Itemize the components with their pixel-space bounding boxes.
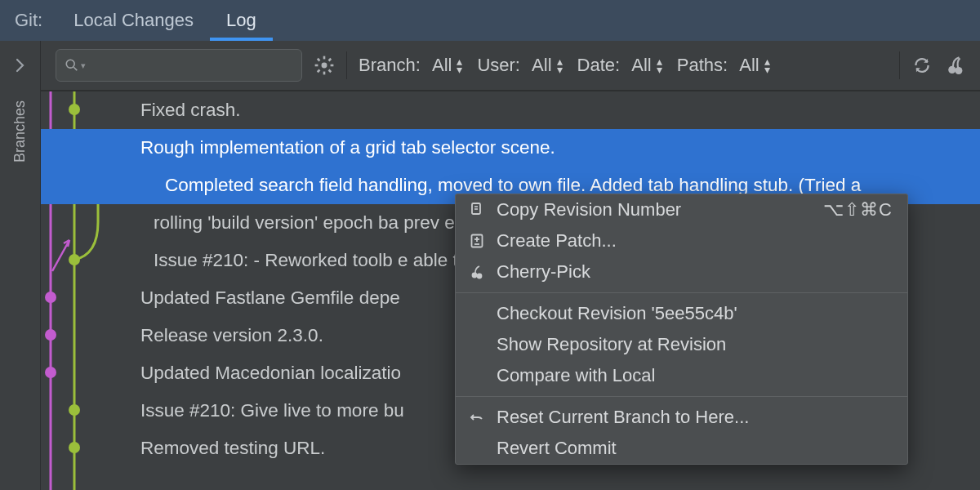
gear-icon[interactable] <box>314 55 335 76</box>
svg-point-11 <box>948 66 956 74</box>
cherry-pick-icon <box>467 264 487 280</box>
menu-label: Show Repository at Revision <box>497 334 726 355</box>
menu-label: Copy Revision Number <box>497 199 681 220</box>
patch-icon <box>467 233 487 249</box>
svg-point-32 <box>477 274 483 279</box>
log-toolbar: ▾ Branch: All▴▾ User: All▴▾ Date: All▴▾ … <box>41 41 980 91</box>
expand-chevron-icon[interactable] <box>15 57 26 78</box>
copy-icon <box>467 202 487 218</box>
svg-line-10 <box>329 59 332 61</box>
dropdown-arrows-icon: ▴▾ <box>457 57 462 74</box>
menu-label: Compare with Local <box>497 365 655 386</box>
menu-separator <box>456 396 907 397</box>
svg-point-12 <box>955 67 962 74</box>
menu-checkout-revision[interactable]: Checkout Revision '5ee55c4b' <box>456 298 907 329</box>
svg-point-31 <box>472 273 478 278</box>
sidebar: Branches <box>0 41 41 490</box>
toolbar-divider <box>346 51 347 79</box>
main-area: Branches ▾ Branch: All▴▾ User: All▴▾ Dat… <box>0 41 980 490</box>
filter-branch[interactable]: Branch: All▴▾ <box>359 55 462 76</box>
menu-label: Reset Current Branch to Here... <box>497 407 749 428</box>
search-input[interactable]: ▾ <box>56 49 302 82</box>
branches-tab-label[interactable]: Branches <box>11 100 29 163</box>
menu-label: Revert Commit <box>497 438 617 459</box>
filter-user[interactable]: User: All▴▾ <box>477 55 562 76</box>
search-icon <box>65 58 79 73</box>
menu-reset-branch[interactable]: Reset Current Branch to Here... <box>456 402 907 433</box>
menu-copy-revision[interactable]: Copy Revision Number ⌥⇧⌘C <box>456 194 907 225</box>
menu-label: Create Patch... <box>497 230 617 252</box>
cherry-pick-icon[interactable] <box>944 55 965 76</box>
commit-row[interactable]: Fixed crash. <box>41 91 980 129</box>
top-tab-bar: Git: Local Changes Log <box>0 0 980 41</box>
filter-date[interactable]: Date: All▴▾ <box>577 55 662 76</box>
menu-revert-commit[interactable]: Revert Commit <box>456 433 907 464</box>
commit-row[interactable]: Rough implementation of a grid tab selec… <box>41 129 980 167</box>
menu-create-patch[interactable]: Create Patch... <box>456 225 907 256</box>
svg-point-2 <box>322 63 327 69</box>
menu-label: Checkout Revision '5ee55c4b' <box>497 303 737 324</box>
tab-local-changes[interactable]: Local Changes <box>57 0 210 41</box>
dropdown-arrows-icon: ▴▾ <box>764 57 770 74</box>
menu-label: Cherry-Pick <box>497 261 590 283</box>
commit-graph-area: Fixed crash. Rough implementation of a g… <box>41 91 980 490</box>
menu-cherry-pick[interactable]: Cherry-Pick <box>456 256 907 287</box>
menu-show-repo-at-revision[interactable]: Show Repository at Revision <box>456 329 907 360</box>
filter-paths[interactable]: Paths: All▴▾ <box>677 55 770 76</box>
tab-log[interactable]: Log <box>210 0 273 41</box>
svg-line-7 <box>318 59 320 61</box>
svg-line-1 <box>74 67 77 70</box>
svg-line-9 <box>318 70 320 73</box>
svg-line-8 <box>329 70 332 73</box>
dropdown-arrows-icon: ▴▾ <box>557 57 563 74</box>
vcs-label: Git: <box>11 10 57 31</box>
search-options-chevron-icon[interactable]: ▾ <box>81 60 86 71</box>
filter-group: Branch: All▴▾ User: All▴▾ Date: All▴▾ Pa… <box>359 55 770 76</box>
dropdown-arrows-icon: ▴▾ <box>657 57 662 74</box>
svg-point-0 <box>66 60 74 68</box>
undo-icon <box>467 409 487 425</box>
menu-shortcut: ⌥⇧⌘C <box>823 199 893 220</box>
content-pane: ▾ Branch: All▴▾ User: All▴▾ Date: All▴▾ … <box>41 41 980 490</box>
refresh-icon[interactable] <box>911 55 933 76</box>
toolbar-divider <box>899 51 900 79</box>
context-menu: Copy Revision Number ⌥⇧⌘C Create Patch..… <box>455 194 908 465</box>
menu-compare-with-local[interactable]: Compare with Local <box>456 360 907 391</box>
menu-separator <box>456 292 907 293</box>
